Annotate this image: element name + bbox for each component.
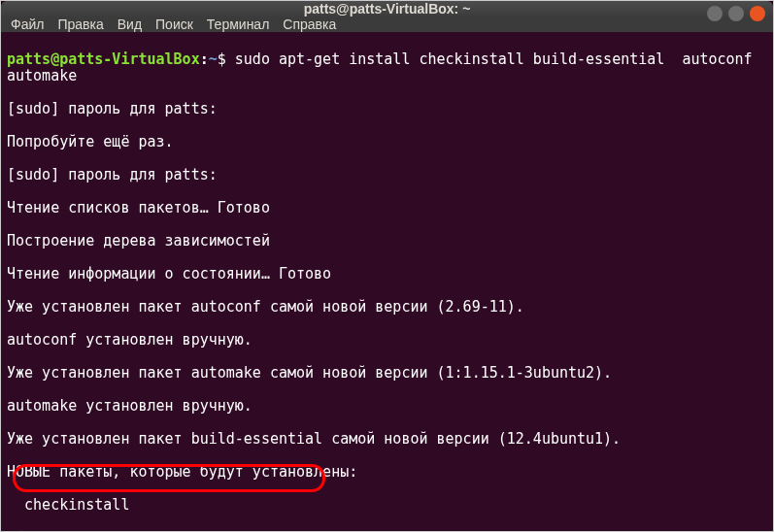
prompt-colon: : — [200, 50, 209, 68]
menu-help[interactable]: Справка — [283, 17, 336, 32]
output-line: Уже установлен пакет build-essential сам… — [7, 431, 767, 448]
output-line: Попробуйте ещё раз. — [7, 134, 767, 150]
menu-search[interactable]: Поиск — [155, 17, 193, 32]
output-line: autoconf установлен вручную. — [7, 332, 767, 349]
output-line: Уже установлен пакет automake самой ново… — [7, 365, 767, 382]
window-controls — [707, 6, 765, 21]
output-line: [sudo] пароль для patts: — [7, 101, 767, 117]
maximize-button[interactable] — [728, 6, 744, 21]
menu-view[interactable]: Вид — [118, 17, 142, 32]
menu-terminal[interactable]: Терминал — [207, 17, 269, 32]
terminal-window: patts@patts-VirtualBox: ~ Файл Правка Ви… — [1, 1, 773, 525]
output-line: automake установлен вручную. — [7, 398, 767, 415]
menu-edit[interactable]: Правка — [57, 17, 103, 32]
output-line: Чтение информации о состоянии… Готово — [7, 266, 767, 283]
menu-file[interactable]: Файл — [11, 17, 44, 32]
close-button[interactable] — [750, 6, 765, 21]
menubar: Файл Правка Вид Поиск Терминал Справка — [1, 17, 773, 32]
prompt-path: ~ — [209, 50, 218, 68]
terminal-body[interactable]: patts@patts-VirtualBox:~$ sudo apt-get i… — [1, 32, 773, 532]
output-line: Уже установлен пакет autoconf самой ново… — [7, 299, 767, 316]
minimize-button[interactable] — [707, 6, 723, 21]
prompt-dollar: $ — [218, 50, 226, 68]
prompt-userhost: patts@patts-VirtualBox — [7, 50, 200, 68]
output-line: Построение дерева зависимостей — [7, 233, 767, 249]
output-line: checkinstall — [7, 497, 767, 514]
output-line: [sudo] пароль для patts: — [7, 167, 767, 183]
window-title: patts@patts-VirtualBox: ~ — [304, 1, 471, 17]
output-line: Чтение списков пакетов… Готово — [7, 200, 767, 216]
titlebar: patts@patts-VirtualBox: ~ — [1, 1, 773, 17]
output-line: НОВЫЕ пакеты, которые будут установлены: — [7, 464, 767, 481]
